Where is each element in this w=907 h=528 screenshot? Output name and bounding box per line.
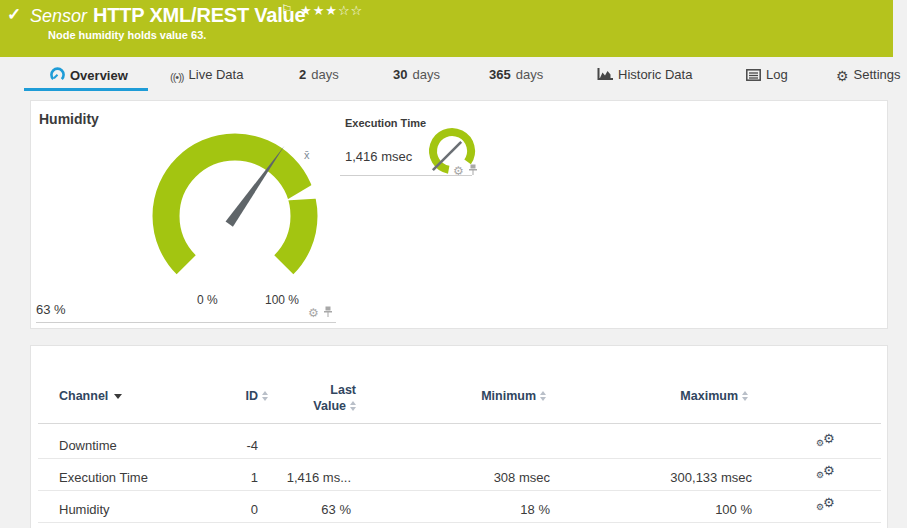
pin-icon[interactable] (323, 306, 333, 318)
panel-divider (340, 175, 472, 176)
status-ok-icon: ✓ (7, 4, 21, 25)
tab-2-days[interactable]: 2days (299, 67, 339, 91)
humidity-gauge-title: Humidity (39, 111, 99, 127)
log-list-icon (746, 69, 761, 84)
average-marker-icon: x̄ (304, 149, 310, 161)
sort-icon (742, 391, 748, 401)
humidity-current-value: 63 % (36, 302, 66, 317)
tab-settings[interactable]: ⚙Settings (836, 67, 901, 91)
table-header-divider (38, 423, 881, 424)
channel-last-value: 63 % (271, 502, 351, 517)
execution-time-current-value: 1,416 msec (345, 149, 412, 164)
sensor-status-bar: ✓ Sensor HTTP XML/REST Value ⚐ ★★★☆☆ Nod… (0, 0, 893, 57)
sensor-status-message: Node humidity holds value 63. (48, 29, 206, 41)
tab-historic-data[interactable]: Historic Data (597, 67, 692, 91)
channel-id: -4 (181, 438, 258, 453)
area-chart-icon (597, 68, 613, 84)
sort-icon (262, 391, 268, 401)
channel-minimum: 308 msec (451, 470, 550, 485)
channel-id: 1 (181, 470, 258, 485)
column-header-id[interactable]: ID (181, 389, 268, 403)
priority-stars[interactable]: ★★★☆☆ (300, 3, 363, 18)
row-divider (38, 458, 881, 459)
column-header-minimum[interactable]: Minimum (451, 389, 546, 403)
execution-time-gauge-title: Execution Time (345, 117, 426, 129)
channel-name[interactable]: Humidity (59, 502, 110, 517)
tab-number: 365 (489, 67, 511, 82)
tab-365-days[interactable]: 365days (489, 67, 543, 91)
tab-label: days (516, 67, 543, 82)
tab-label: days (311, 67, 338, 82)
panel-divider (36, 322, 336, 323)
gauge-max-label: 100 % (265, 293, 299, 307)
column-header-maximum[interactable]: Maximum (651, 389, 748, 403)
tab-label: Live Data (189, 67, 244, 82)
channel-maximum: 300,133 msec (651, 470, 752, 485)
channel-id: 0 (181, 502, 258, 517)
gauge-min-label: 0 % (197, 293, 218, 307)
channel-settings-icon[interactable]: ⚙⚙ (816, 499, 838, 517)
sort-icon (540, 391, 546, 401)
sort-icon (350, 401, 356, 411)
execution-gauge-actions: ⚙ (453, 161, 478, 179)
channel-name[interactable]: Execution Time (59, 470, 148, 485)
tab-label: days (412, 67, 439, 82)
sensor-title: HTTP XML/REST Value (93, 4, 306, 27)
channel-name[interactable]: Downtime (59, 438, 117, 453)
broadcast-icon: ((•)) (170, 71, 184, 83)
channel-settings-icon[interactable]: ⚙⚙ (816, 435, 838, 453)
channel-last-value: 1,416 ms... (271, 470, 351, 485)
column-header-last-value[interactable]: Last Value (271, 382, 356, 414)
tab-number: 2 (299, 67, 306, 82)
channels-table-card: Channel ID Last Value Minimum Maximum Do… (30, 345, 888, 528)
tab-live-data[interactable]: ((•))Live Data (170, 67, 243, 91)
row-divider (38, 522, 881, 523)
tab-30-days[interactable]: 30days (393, 67, 440, 91)
sort-desc-icon (114, 394, 122, 399)
gear-icon[interactable]: ⚙ (308, 306, 319, 320)
active-tab-underline (24, 88, 148, 91)
object-kind-label: Sensor (30, 6, 87, 27)
overview-gauges-card: Humidity x̄ 0 % 100 % 63 % ⚙ Execution T… (30, 100, 888, 329)
tab-label: Overview (70, 68, 128, 83)
channel-maximum: 100 % (651, 502, 752, 517)
flag-icon[interactable]: ⚐ (281, 2, 293, 17)
humidity-gauge-actions: ⚙ (308, 303, 333, 321)
humidity-gauge (151, 132, 319, 278)
gauge-arc (166, 147, 304, 265)
tab-label: Log (766, 67, 788, 82)
gear-icon: ⚙ (836, 68, 849, 84)
channel-settings-icon[interactable]: ⚙⚙ (816, 467, 838, 485)
tab-log[interactable]: Log (746, 67, 788, 91)
gauge-icon (50, 67, 65, 85)
tab-number: 30 (393, 67, 407, 82)
tab-label: Historic Data (618, 67, 692, 82)
row-divider (38, 490, 881, 491)
column-header-channel[interactable]: Channel (59, 389, 122, 403)
tab-label: Settings (854, 67, 901, 82)
channel-minimum: 18 % (451, 502, 550, 517)
